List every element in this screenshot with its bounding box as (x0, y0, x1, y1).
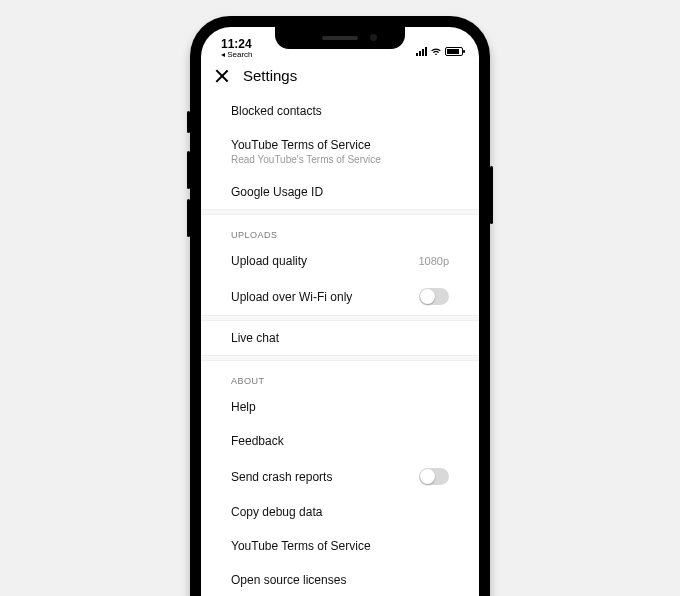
row-label: Help (231, 400, 256, 414)
row-label: Upload quality (231, 254, 307, 268)
power-button (490, 166, 493, 224)
wifi-only-toggle[interactable] (419, 288, 449, 305)
row-label: YouTube Terms of Service (231, 138, 381, 152)
row-label: Feedback (231, 434, 284, 448)
speaker (322, 36, 358, 40)
phone-frame: 11:24 ◂ Search Settings Blocked contacts (190, 16, 490, 596)
notch (275, 27, 405, 49)
section-header-about: ABOUT (201, 361, 479, 390)
row-terms-of-service[interactable]: YouTube Terms of Service Read YouTube's … (201, 128, 479, 175)
wifi-icon (430, 47, 442, 56)
settings-list[interactable]: Blocked contacts YouTube Terms of Servic… (201, 94, 479, 596)
back-to-search-link[interactable]: ◂ Search (221, 51, 253, 59)
cellular-signal-icon (416, 47, 427, 56)
row-value: 1080p (418, 255, 449, 267)
close-icon[interactable] (215, 69, 229, 83)
title-bar: Settings (201, 59, 479, 94)
row-live-chat[interactable]: Live chat (201, 321, 479, 355)
section-header-uploads: UPLOADS (201, 215, 479, 244)
row-label: Upload over Wi-Fi only (231, 290, 352, 304)
screen: 11:24 ◂ Search Settings Blocked contacts (201, 27, 479, 596)
row-upload-wifi-only[interactable]: Upload over Wi-Fi only (201, 278, 479, 315)
row-label: Google Usage ID (231, 185, 323, 199)
mute-switch (187, 111, 190, 133)
front-camera (370, 34, 377, 41)
row-help[interactable]: Help (201, 390, 479, 424)
row-label: Live chat (231, 331, 279, 345)
row-label: Copy debug data (231, 505, 322, 519)
row-copy-debug-data[interactable]: Copy debug data (201, 495, 479, 529)
battery-icon (445, 47, 463, 56)
row-label: Blocked contacts (231, 104, 322, 118)
row-blocked-contacts[interactable]: Blocked contacts (201, 94, 479, 128)
row-subtitle: Read YouTube's Terms of Service (231, 154, 381, 165)
row-label: Send crash reports (231, 470, 332, 484)
row-send-crash-reports[interactable]: Send crash reports (201, 458, 479, 495)
page-title: Settings (243, 67, 297, 84)
row-terms-of-service-2[interactable]: YouTube Terms of Service (201, 529, 479, 563)
row-feedback[interactable]: Feedback (201, 424, 479, 458)
crash-reports-toggle[interactable] (419, 468, 449, 485)
row-open-source-licenses[interactable]: Open source licenses (201, 563, 479, 596)
status-time: 11:24 (221, 38, 253, 50)
row-upload-quality[interactable]: Upload quality 1080p (201, 244, 479, 278)
row-label: Open source licenses (231, 573, 346, 587)
row-google-usage-id[interactable]: Google Usage ID (201, 175, 479, 209)
volume-down-button (187, 199, 190, 237)
row-label: YouTube Terms of Service (231, 539, 371, 553)
volume-up-button (187, 151, 190, 189)
